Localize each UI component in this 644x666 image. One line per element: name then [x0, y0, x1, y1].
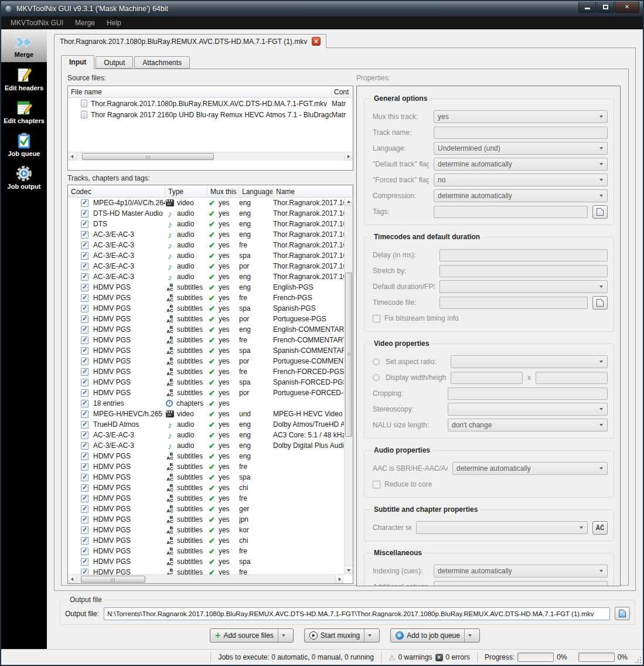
sidebar-item-edit-chapters[interactable]: Edit chapters [1, 95, 47, 128]
track-row[interactable]: DTS-HD Master Audio audio ✔ yes [68, 208, 344, 219]
add-source-files-button[interactable]: + Add source files [210, 628, 294, 643]
track-row[interactable]: HDMV PGS subtitles ✔ yes [68, 472, 344, 482]
track-checkbox[interactable] [81, 210, 88, 218]
close-button[interactable]: ✕ [615, 2, 639, 13]
track-row[interactable]: AC-3/E-AC-3 audio ✔ yes [68, 261, 344, 271]
track-checkbox[interactable] [81, 347, 88, 355]
track-row[interactable]: HDMV PGS subtitles ✔ yes [68, 535, 344, 546]
track-row[interactable]: MPEG-H/HEVC/h.265 video ✔ yes [68, 409, 344, 419]
track-checkbox[interactable] [81, 548, 88, 555]
scroll-right-arrow[interactable] [344, 152, 353, 161]
forced-track-flag-select[interactable]: no [434, 174, 608, 186]
track-checkbox[interactable] [81, 273, 88, 281]
track-row[interactable]: HDMV PGS subtitles ✔ yes [68, 546, 344, 556]
start-muxing-dropdown[interactable] [364, 629, 379, 642]
menu-help[interactable]: Help [101, 17, 127, 29]
track-checkbox[interactable] [81, 368, 88, 376]
sidebar-item-edit-headers[interactable]: Edit headers [1, 62, 47, 95]
column-container[interactable]: Cont [332, 86, 353, 97]
display-height-input[interactable] [536, 372, 608, 384]
column-language[interactable]: Language [239, 185, 273, 197]
track-checkbox[interactable] [81, 305, 88, 312]
track-row[interactable]: HDMV PGS subtitles ✔ yes [68, 388, 344, 398]
track-row[interactable]: DTS audio ✔ yes [68, 219, 344, 229]
track-row[interactable]: HDMV PGS subtitles ✔ yes [68, 504, 344, 514]
track-checkbox[interactable] [81, 358, 88, 365]
source-file-row[interactable]: Thor.Ragnarok.2017.1080p.BluRay.REMUX.AV… [68, 98, 353, 109]
scroll-left-arrow[interactable] [68, 575, 77, 583]
track-row[interactable]: AC-3/E-AC-3 audio ✔ yes [68, 229, 344, 240]
track-row[interactable]: MPEG-4p10/AVC/h.264 video ✔ yes [68, 198, 344, 208]
stretch-by-input[interactable] [439, 265, 608, 277]
reduce-to-core-checkbox[interactable] [373, 481, 380, 488]
track-checkbox[interactable] [81, 252, 88, 260]
default-duration-select[interactable] [439, 280, 608, 293]
track-checkbox[interactable] [81, 505, 88, 513]
track-row[interactable]: HDMV PGS subtitles ✔ yes [68, 335, 344, 345]
column-codec[interactable]: Codec [68, 185, 165, 197]
track-row[interactable]: AC-3/E-AC-3 audio ✔ yes [68, 240, 344, 250]
default-track-flag-select[interactable]: determine automatically [434, 158, 608, 171]
maximize-button[interactable] [597, 2, 614, 13]
track-checkbox[interactable] [81, 389, 88, 397]
track-row[interactable]: HDMV PGS subtitles ✔ yes [68, 377, 344, 388]
track-row[interactable]: HDMV PGS subtitles ✔ yes [68, 525, 344, 535]
file-tab[interactable]: Thor.Ragnarok.2017.1080p.BluRay.REMUX.AV… [54, 34, 326, 48]
track-row[interactable]: HDMV PGS subtitles ✔ yes [68, 556, 344, 567]
track-name-input[interactable] [434, 127, 608, 139]
sidebar-item-job-output[interactable]: Job output [1, 161, 47, 193]
cropping-input[interactable] [448, 388, 608, 400]
timecode-file-browse-button[interactable] [592, 296, 608, 310]
track-checkbox[interactable] [81, 400, 88, 407]
display-width-height-radio[interactable] [373, 374, 380, 381]
track-row[interactable]: HDMV PGS subtitles ✔ yes [68, 282, 344, 293]
character-set-preview-button[interactable]: ÅČ [592, 521, 608, 535]
track-row[interactable]: AC-3/E-AC-3 audio ✔ yes [68, 440, 344, 451]
character-set-select[interactable] [416, 521, 588, 534]
track-row[interactable]: AC-3/E-AC-3 audio ✔ yes [68, 430, 344, 440]
track-row[interactable]: AC-3/E-AC-3 audio ✔ yes [68, 250, 344, 261]
track-checkbox[interactable] [81, 537, 88, 545]
track-row[interactable]: HDMV PGS subtitles ✔ yes [68, 567, 344, 575]
track-row[interactable]: HDMV PGS subtitles ✔ yes [68, 303, 344, 314]
track-row[interactable]: HDMV PGS subtitles ✔ yes [68, 356, 344, 366]
track-checkbox[interactable] [81, 516, 88, 524]
track-checkbox[interactable] [81, 199, 88, 207]
track-checkbox[interactable] [81, 453, 88, 460]
scrollbar-thumb[interactable] [82, 153, 214, 160]
menu-merge[interactable]: Merge [69, 17, 101, 29]
track-row[interactable]: AC-3/E-AC-3 audio ✔ yes [68, 271, 344, 282]
track-checkbox[interactable] [81, 410, 88, 418]
track-checkbox[interactable] [81, 220, 88, 228]
scroll-left-arrow[interactable] [68, 152, 77, 161]
track-checkbox[interactable] [81, 558, 88, 566]
source-file-row[interactable]: Thor Ragnarok 2017 2160p UHD Blu-ray Rem… [68, 109, 353, 120]
track-checkbox[interactable] [81, 431, 88, 439]
display-width-input[interactable] [451, 372, 523, 384]
add-to-job-queue-button[interactable]: Add to job queue [390, 628, 480, 643]
tab-input[interactable]: Input [61, 55, 94, 69]
timecode-file-input[interactable] [439, 297, 588, 309]
tags-browse-button[interactable] [592, 205, 608, 219]
mux-this-track-select[interactable]: yes [434, 110, 608, 123]
track-checkbox[interactable] [81, 294, 88, 302]
fix-bitstream-checkbox[interactable] [373, 315, 380, 322]
indexing-cues-select[interactable]: determine automatically [434, 565, 608, 577]
track-row[interactable]: HDMV PGS subtitles ✔ yes [68, 314, 344, 324]
track-row[interactable]: HDMV PGS subtitles ✔ yes [68, 345, 344, 356]
start-muxing-button[interactable]: Start muxing [304, 628, 380, 643]
column-name[interactable]: Name [273, 185, 353, 197]
track-checkbox[interactable] [81, 326, 88, 334]
track-checkbox[interactable] [81, 379, 88, 386]
sidebar-item-job-queue[interactable]: Job queue [1, 128, 47, 161]
stereoscopy-select[interactable] [448, 403, 608, 416]
column-file-name[interactable]: File name [68, 86, 332, 97]
track-checkbox[interactable] [81, 337, 88, 344]
set-aspect-ratio-radio[interactable] [373, 358, 380, 365]
track-checkbox[interactable] [81, 495, 88, 502]
track-checkbox[interactable] [81, 263, 88, 270]
minimize-button[interactable] [578, 2, 596, 13]
track-checkbox[interactable] [81, 463, 88, 471]
set-aspect-ratio-select[interactable] [451, 355, 608, 368]
additional-options-input[interactable] [434, 581, 608, 587]
